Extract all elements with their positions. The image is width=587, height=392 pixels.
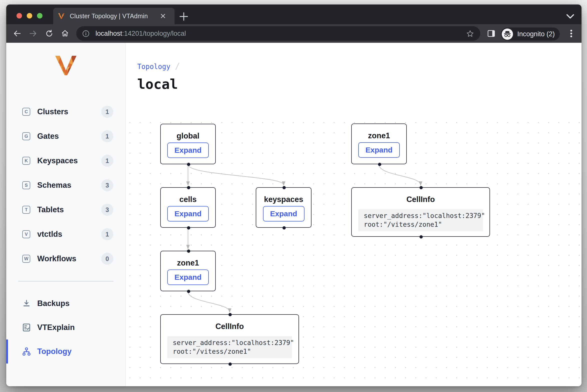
sidebar-item-schemas[interactable]: SSchemas3 [6, 173, 126, 198]
vitess-logo[interactable] [55, 56, 76, 75]
sidebar-item-label: Topology [37, 347, 72, 356]
node-cells: cellsExpand [160, 187, 216, 228]
node-title: CellInfo [352, 195, 490, 204]
incognito-icon [502, 28, 513, 40]
breadcrumb-separator: / [175, 61, 180, 71]
reload-button[interactable] [46, 30, 53, 37]
breadcrumb: Topology/ [137, 61, 180, 71]
sidebar-item-backups[interactable]: Backups [6, 292, 126, 316]
node-cellinfo-right: CellInfoserver_address:"localhost:2379"r… [351, 187, 490, 237]
port-top[interactable] [187, 186, 190, 189]
sidebar-item-label: Schemas [37, 181, 101, 190]
port-bottom[interactable] [187, 226, 190, 230]
sidebar-divider [18, 281, 114, 282]
incognito-badge[interactable]: Incognito (2) [501, 28, 560, 40]
sidebar-item-label: Backups [37, 299, 70, 308]
keyspaces-letter-icon: K [22, 157, 30, 165]
node-keyspaces: keyspacesExpand [256, 187, 312, 228]
code-line: server_address:"localhost:2379" [364, 212, 483, 220]
port-top[interactable] [187, 250, 190, 253]
breadcrumb-topology-link[interactable]: Topology [137, 62, 170, 70]
download-icon [22, 299, 31, 308]
sidebar-item-gates[interactable]: GGates1 [6, 124, 126, 148]
desktop-background: Cluster Topology | VTAdmin [0, 0, 587, 392]
sidebar-item-clusters[interactable]: CClusters1 [6, 100, 126, 124]
count-badge: 1 [101, 130, 113, 142]
tab-search-chevron-icon[interactable] [564, 10, 576, 22]
back-button[interactable] [14, 30, 21, 37]
site-info-icon[interactable] [82, 30, 89, 37]
count-badge: 1 [101, 228, 113, 240]
sidebar-item-topology[interactable]: Topology [6, 340, 126, 364]
bookmark-star-icon[interactable] [466, 30, 474, 37]
port-top[interactable] [420, 186, 423, 189]
traffic-lights [16, 13, 42, 18]
sidebar-item-label: Workflows [37, 254, 101, 263]
node-zone1-top: zone1Expand [351, 124, 407, 164]
sidebar-item-keyspaces[interactable]: KKeyspaces1 [6, 148, 126, 173]
home-button[interactable] [61, 30, 69, 37]
close-window-button[interactable] [16, 13, 22, 18]
node-zone1-lower: zone1Expand [160, 251, 216, 291]
edge-zone1-lower-to-cellinfo-bottom [188, 292, 230, 312]
side-panel-icon[interactable] [488, 30, 495, 37]
count-badge: 3 [101, 179, 113, 191]
cellinfo-code: server_address:"localhost:2379"root:"/vi… [358, 209, 483, 231]
expand-button[interactable]: Expand [167, 142, 209, 158]
browser-window: Cluster Topology | VTAdmin [6, 4, 582, 386]
port-bottom[interactable] [282, 226, 286, 230]
topology-canvas[interactable]: globalExpandzone1ExpandcellsExpandkeyspa… [126, 118, 582, 386]
sidebar: CClusters1GGates1KKeyspaces1SSchemas3TTa… [6, 43, 126, 386]
node-title: global [161, 131, 215, 141]
port-bottom[interactable] [187, 290, 190, 293]
edge-zone1-top-to-cellinfo-right [379, 165, 421, 185]
sidebar-tools: BackupsVTExplainTopology [6, 292, 126, 364]
sidebar-item-label: Gates [37, 132, 101, 141]
sidebar-item-vtexplain[interactable]: VTExplain [6, 316, 126, 340]
forward-button[interactable] [29, 30, 37, 37]
count-badge: 1 [101, 155, 113, 167]
port-top[interactable] [228, 313, 232, 316]
address-bar[interactable]: localhost:14201/topology/local [76, 26, 480, 41]
expand-button[interactable]: Expand [167, 206, 209, 222]
tab-title: Cluster Topology | VTAdmin [70, 12, 160, 20]
code-line: server_address:"localhost:2379" [173, 338, 292, 347]
workflows-letter-icon: W [22, 255, 30, 263]
maximize-window-button[interactable] [37, 13, 42, 18]
gates-letter-icon: G [22, 132, 30, 140]
topology-icon [22, 347, 31, 356]
count-badge: 1 [101, 106, 113, 118]
expand-button[interactable]: Expand [167, 270, 209, 285]
sidebar-item-vtctlds[interactable]: Vvtctlds1 [6, 222, 126, 246]
node-title: CellInfo [161, 322, 298, 331]
port-bottom[interactable] [228, 362, 232, 366]
port-bottom[interactable] [420, 235, 423, 238]
clusters-letter-icon: C [22, 108, 30, 116]
code-line: root:"/vitess/zone1" [173, 347, 292, 356]
node-title: zone1 [161, 258, 215, 268]
new-tab-button[interactable] [178, 10, 190, 23]
document-check-icon [22, 323, 31, 332]
sidebar-item-label: Clusters [37, 107, 101, 116]
url-text[interactable]: localhost:14201/topology/local [96, 30, 466, 38]
vtctlds-letter-icon: V [22, 230, 30, 238]
sidebar-item-workflows[interactable]: WWorkflows0 [6, 246, 126, 271]
sidebar-item-tablets[interactable]: TTablets3 [6, 198, 126, 222]
sidebar-nav: CClusters1GGates1KKeyspaces1SSchemas3TTa… [6, 100, 126, 271]
port-bottom[interactable] [187, 163, 190, 166]
tab-close-icon[interactable] [160, 13, 166, 19]
node-global: globalExpand [160, 124, 216, 164]
port-top[interactable] [282, 186, 286, 189]
expand-button[interactable]: Expand [358, 142, 400, 158]
node-title: cells [161, 195, 215, 204]
tab-strip: Cluster Topology | VTAdmin [6, 4, 582, 24]
node-cellinfo-bottom: CellInfoserver_address:"localhost:2379"r… [160, 314, 299, 364]
sidebar-item-label: Keyspaces [37, 156, 101, 165]
sidebar-item-label: Tablets [37, 205, 101, 214]
port-bottom[interactable] [378, 163, 381, 166]
browser-tab[interactable]: Cluster Topology | VTAdmin [53, 8, 174, 24]
minimize-window-button[interactable] [27, 13, 32, 18]
expand-button[interactable]: Expand [263, 206, 304, 222]
page-title: local [137, 76, 178, 92]
menu-kebab-icon[interactable] [567, 30, 575, 38]
